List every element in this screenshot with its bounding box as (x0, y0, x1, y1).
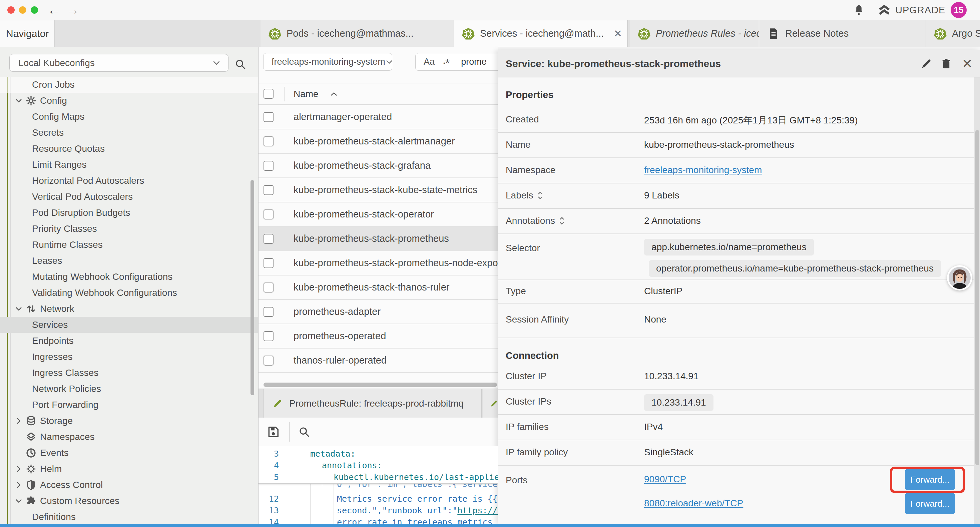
window-minimize-button[interactable] (19, 6, 26, 14)
tab-argo-se[interactable]: Argo Se (926, 20, 980, 47)
port-link[interactable]: 8080:reloader-web/TCP (644, 498, 743, 509)
sidebar-item-definitions[interactable]: Definitions (0, 509, 259, 524)
forward-button[interactable]: → (66, 0, 80, 20)
chevron-down-icon[interactable] (15, 305, 23, 313)
table-row[interactable]: kube-prometheus-stack-alertmanager (259, 129, 498, 154)
sidebar-search-icon[interactable] (235, 59, 246, 70)
row-checkbox[interactable] (264, 355, 274, 366)
upgrade-button[interactable]: UPGRADE (878, 3, 945, 17)
chevron-right-icon[interactable] (15, 417, 23, 425)
sidebar-item-mutating-webhook-configurations[interactable]: Mutating Webhook Configurations (0, 269, 259, 285)
tab-close-icon[interactable]: ✕ (614, 20, 622, 47)
save-icon[interactable] (267, 426, 280, 438)
row-checkbox[interactable] (264, 331, 274, 341)
list-search-box[interactable]: Aa ▪* prome (415, 53, 498, 71)
forward-button[interactable]: Forward... (905, 493, 955, 514)
editor-tab-secondary[interactable] (483, 389, 498, 418)
sidebar-item-storage[interactable]: Storage (0, 413, 259, 429)
chevron-right-icon[interactable] (15, 481, 23, 489)
notification-count-badge[interactable]: 15 (951, 2, 967, 18)
table-row[interactable]: kube-prometheus-stack-operator (259, 202, 498, 227)
window-close-button[interactable] (7, 6, 15, 14)
sort-toggle-icon[interactable] (538, 191, 543, 201)
sidebar-item-runtime-classes[interactable]: Runtime Classes (0, 237, 259, 253)
regex-toggle[interactable]: ▪* (443, 56, 450, 68)
sidebar-item-priority-classes[interactable]: Priority Classes (0, 221, 259, 237)
kubeconfig-selector[interactable]: Local Kubeconfigs (10, 54, 229, 72)
column-header-name[interactable]: Name (294, 83, 318, 104)
tab-prometheus-rules-icecheng[interactable]: Prometheus Rules - icecheng... (630, 20, 759, 47)
table-row[interactable]: prometheus-adapter (259, 300, 498, 324)
editor-tab-prometheusrule[interactable]: PrometheusRule: freeleaps-prod-rabbitmq (264, 389, 482, 418)
sidebar-item-network-policies[interactable]: Network Policies (0, 381, 259, 397)
sidebar-item-resource-quotas[interactable]: Resource Quotas (0, 141, 259, 157)
sidebar-item-services[interactable]: Services (0, 317, 259, 333)
select-all-checkbox[interactable] (264, 89, 274, 99)
table-row[interactable]: kube-prometheus-stack-grafana (259, 154, 498, 178)
namespace-link[interactable]: freeleaps-monitoring-system (644, 165, 762, 175)
sidebar-item-events[interactable]: Events (0, 445, 259, 461)
sidebar-scrollbar[interactable] (250, 180, 254, 395)
back-button[interactable]: ← (48, 0, 61, 20)
close-icon[interactable]: ✕ (961, 55, 974, 66)
table-row[interactable]: alertmanager-operated (259, 105, 498, 129)
namespace-filter-dropdown[interactable]: freeleaps-monitoring-system (263, 53, 392, 71)
row-checkbox[interactable] (264, 137, 274, 146)
editor-search-icon[interactable] (299, 426, 310, 438)
sidebar-item-access-control[interactable]: Access Control (0, 477, 259, 493)
edit-pencil-icon[interactable] (921, 58, 932, 69)
match-case-toggle[interactable]: Aa (424, 57, 434, 67)
table-row[interactable]: prometheus-operated (259, 324, 498, 349)
sidebar-item-port-forwarding[interactable]: Port Forwarding (0, 397, 259, 413)
sidebar-item-cron-jobs[interactable]: Cron Jobs (0, 77, 259, 93)
panel-scrollbar[interactable] (975, 130, 979, 465)
notifications-bell-icon[interactable] (853, 4, 865, 16)
sidebar-item-vertical-pod-autoscalers[interactable]: Vertical Pod Autoscalers (0, 189, 259, 205)
port-link[interactable]: 9090/TCP (644, 474, 686, 485)
trash-icon[interactable] (941, 58, 952, 69)
chevron-down-icon[interactable] (15, 97, 23, 105)
sidebar-item-custom-resources[interactable]: Custom Resources (0, 493, 259, 509)
sidebar-item-validating-webhook-configurations[interactable]: Validating Webhook Configurations (0, 285, 259, 301)
sidebar-item-config-maps[interactable]: Config Maps (0, 109, 259, 125)
sidebar-item-endpoints[interactable]: Endpoints (0, 333, 259, 349)
row-checkbox[interactable] (264, 185, 274, 195)
row-checkbox[interactable] (264, 307, 274, 317)
runbook-url-link[interactable]: https://net (457, 506, 498, 515)
sidebar-item-pod-disruption-budgets[interactable]: Pod Disruption Budgets (0, 205, 259, 221)
tab-release-notes[interactable]: Release Notes (759, 20, 926, 47)
row-checkbox[interactable] (264, 112, 274, 122)
yaml-editor[interactable]: 3metadata:4annotations:5kubectl.kubernet… (259, 446, 498, 524)
sidebar-item-namespaces[interactable]: Namespaces (0, 429, 259, 445)
sort-toggle-icon[interactable] (559, 216, 565, 226)
table-row[interactable]: kube-prometheus-stack-prometheus (259, 227, 498, 251)
sidebar-item-helm[interactable]: Helm (0, 461, 259, 477)
sidebar-item-ingresses[interactable]: Ingresses (0, 349, 259, 365)
sidebar-item-horizontal-pod-autoscalers[interactable]: Horizontal Pod Autoscalers (0, 173, 259, 189)
row-checkbox[interactable] (264, 161, 274, 171)
table-row[interactable]: thanos-ruler-operated (259, 349, 498, 373)
table-row[interactable]: kube-prometheus-stack-kube-state-metrics (259, 178, 498, 202)
sidebar-item-config[interactable]: Config (0, 93, 259, 109)
row-checkbox[interactable] (264, 282, 274, 293)
sidebar-item-network[interactable]: Network (0, 301, 259, 317)
sidebar-item-secrets[interactable]: Secrets (0, 125, 259, 141)
chevron-right-icon[interactable] (15, 465, 23, 473)
chevron-down-icon[interactable] (15, 497, 23, 505)
tab-navigator[interactable]: Navigator (0, 20, 55, 47)
sidebar-item-ingress-classes[interactable]: Ingress Classes (0, 365, 259, 381)
tab-pods-icecheng-mathmas[interactable]: Pods - icecheng@mathmas... (261, 20, 454, 47)
user-avatar[interactable] (947, 265, 972, 291)
row-checkbox[interactable] (264, 234, 274, 244)
sidebar-item-limit-ranges[interactable]: Limit Ranges (0, 157, 259, 173)
sort-ascending-icon[interactable] (330, 91, 337, 97)
search-query-text[interactable]: prome (461, 57, 487, 67)
row-checkbox[interactable] (264, 209, 274, 220)
tab-services-icecheng-math[interactable]: Services - icecheng@math...✕ (454, 20, 628, 47)
horizontal-scrollbar[interactable] (264, 382, 497, 387)
table-row[interactable]: kube-prometheus-stack-prometheus-node-ex… (259, 251, 498, 275)
table-row[interactable]: kube-prometheus-stack-thanos-ruler (259, 275, 498, 300)
window-maximize-button[interactable] (31, 6, 38, 14)
sidebar-item-leases[interactable]: Leases (0, 253, 259, 269)
row-checkbox[interactable] (264, 258, 274, 268)
